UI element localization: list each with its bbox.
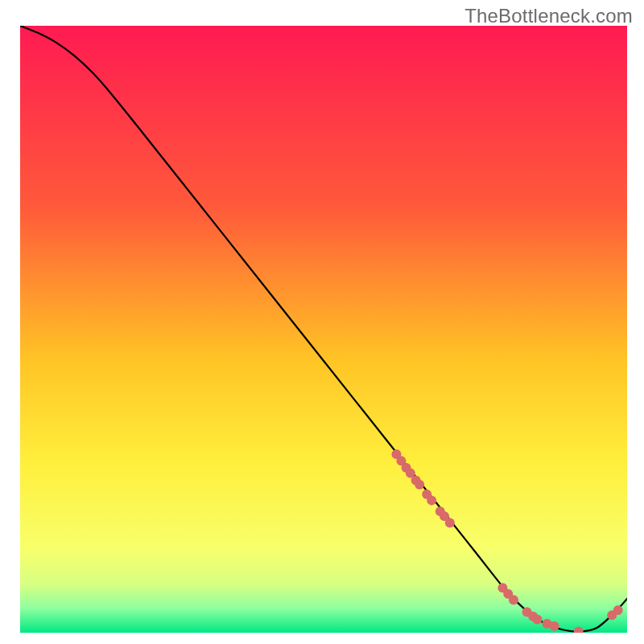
chart-background — [20, 26, 627, 633]
watermark-text: TheBottleneck.com — [464, 5, 633, 27]
data-point — [415, 480, 424, 489]
data-point — [550, 621, 559, 631]
data-point — [509, 595, 518, 605]
data-point — [445, 518, 455, 528]
data-point — [427, 496, 436, 506]
data-point — [532, 614, 542, 624]
chart-container: TheBottleneck.com — [0, 0, 644, 644]
data-point — [613, 605, 623, 615]
chart-svg — [20, 26, 627, 633]
plot-area — [19, 24, 625, 631]
